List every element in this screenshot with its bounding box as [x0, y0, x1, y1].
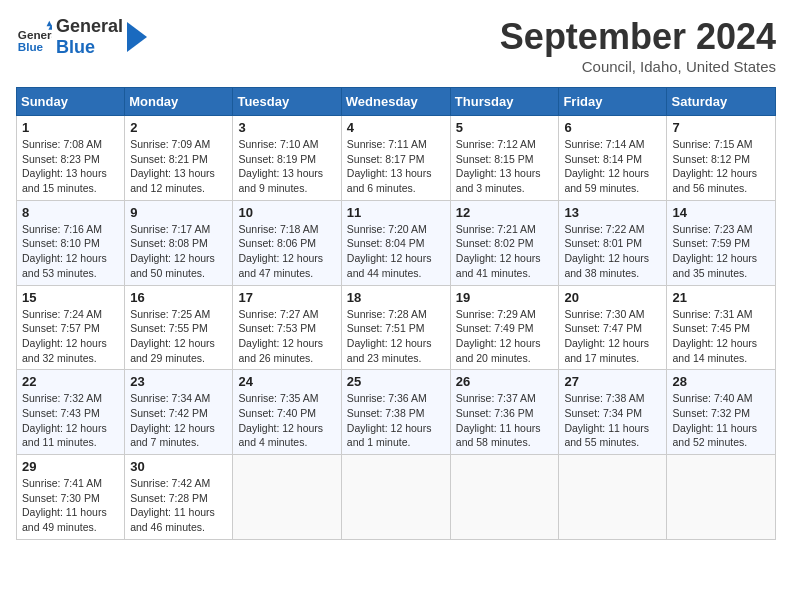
day-info: Sunrise: 7:16 AM Sunset: 8:10 PM Dayligh… [22, 222, 119, 281]
day-number: 10 [238, 205, 335, 220]
calendar-cell: 3Sunrise: 7:10 AM Sunset: 8:19 PM Daylig… [233, 116, 341, 201]
day-info: Sunrise: 7:41 AM Sunset: 7:30 PM Dayligh… [22, 476, 119, 535]
calendar-cell: 10Sunrise: 7:18 AM Sunset: 8:06 PM Dayli… [233, 200, 341, 285]
calendar-cell: 20Sunrise: 7:30 AM Sunset: 7:47 PM Dayli… [559, 285, 667, 370]
calendar-cell: 7Sunrise: 7:15 AM Sunset: 8:12 PM Daylig… [667, 116, 776, 201]
day-info: Sunrise: 7:25 AM Sunset: 7:55 PM Dayligh… [130, 307, 227, 366]
title-area: September 2024 Council, Idaho, United St… [500, 16, 776, 75]
day-number: 8 [22, 205, 119, 220]
day-number: 19 [456, 290, 554, 305]
logo-blue-text: Blue [56, 37, 123, 58]
day-info: Sunrise: 7:42 AM Sunset: 7:28 PM Dayligh… [130, 476, 227, 535]
day-number: 20 [564, 290, 661, 305]
calendar-cell: 11Sunrise: 7:20 AM Sunset: 8:04 PM Dayli… [341, 200, 450, 285]
calendar-table: SundayMondayTuesdayWednesdayThursdayFrid… [16, 87, 776, 540]
svg-text:Blue: Blue [18, 39, 44, 52]
calendar-cell [450, 455, 559, 540]
day-number: 18 [347, 290, 445, 305]
day-info: Sunrise: 7:12 AM Sunset: 8:15 PM Dayligh… [456, 137, 554, 196]
day-info: Sunrise: 7:15 AM Sunset: 8:12 PM Dayligh… [672, 137, 770, 196]
calendar-cell: 30Sunrise: 7:42 AM Sunset: 7:28 PM Dayli… [125, 455, 233, 540]
calendar-cell: 29Sunrise: 7:41 AM Sunset: 7:30 PM Dayli… [17, 455, 125, 540]
calendar-cell: 18Sunrise: 7:28 AM Sunset: 7:51 PM Dayli… [341, 285, 450, 370]
day-number: 22 [22, 374, 119, 389]
calendar-cell: 6Sunrise: 7:14 AM Sunset: 8:14 PM Daylig… [559, 116, 667, 201]
day-number: 26 [456, 374, 554, 389]
day-info: Sunrise: 7:38 AM Sunset: 7:34 PM Dayligh… [564, 391, 661, 450]
calendar-cell: 4Sunrise: 7:11 AM Sunset: 8:17 PM Daylig… [341, 116, 450, 201]
day-info: Sunrise: 7:09 AM Sunset: 8:21 PM Dayligh… [130, 137, 227, 196]
column-header-wednesday: Wednesday [341, 88, 450, 116]
day-number: 17 [238, 290, 335, 305]
column-header-saturday: Saturday [667, 88, 776, 116]
day-number: 21 [672, 290, 770, 305]
day-info: Sunrise: 7:32 AM Sunset: 7:43 PM Dayligh… [22, 391, 119, 450]
day-info: Sunrise: 7:29 AM Sunset: 7:49 PM Dayligh… [456, 307, 554, 366]
day-info: Sunrise: 7:08 AM Sunset: 8:23 PM Dayligh… [22, 137, 119, 196]
day-number: 24 [238, 374, 335, 389]
location-subtitle: Council, Idaho, United States [500, 58, 776, 75]
day-info: Sunrise: 7:27 AM Sunset: 7:53 PM Dayligh… [238, 307, 335, 366]
day-info: Sunrise: 7:23 AM Sunset: 7:59 PM Dayligh… [672, 222, 770, 281]
day-info: Sunrise: 7:22 AM Sunset: 8:01 PM Dayligh… [564, 222, 661, 281]
calendar-cell: 17Sunrise: 7:27 AM Sunset: 7:53 PM Dayli… [233, 285, 341, 370]
calendar-cell: 12Sunrise: 7:21 AM Sunset: 8:02 PM Dayli… [450, 200, 559, 285]
month-title: September 2024 [500, 16, 776, 58]
calendar-cell: 24Sunrise: 7:35 AM Sunset: 7:40 PM Dayli… [233, 370, 341, 455]
day-number: 11 [347, 205, 445, 220]
day-info: Sunrise: 7:20 AM Sunset: 8:04 PM Dayligh… [347, 222, 445, 281]
calendar-cell: 8Sunrise: 7:16 AM Sunset: 8:10 PM Daylig… [17, 200, 125, 285]
day-info: Sunrise: 7:21 AM Sunset: 8:02 PM Dayligh… [456, 222, 554, 281]
calendar-cell: 27Sunrise: 7:38 AM Sunset: 7:34 PM Dayli… [559, 370, 667, 455]
logo: General Blue General Blue [16, 16, 147, 57]
day-number: 27 [564, 374, 661, 389]
day-info: Sunrise: 7:34 AM Sunset: 7:42 PM Dayligh… [130, 391, 227, 450]
logo-arrow-icon [127, 22, 147, 52]
column-header-sunday: Sunday [17, 88, 125, 116]
calendar-cell: 22Sunrise: 7:32 AM Sunset: 7:43 PM Dayli… [17, 370, 125, 455]
logo-general-text: General [56, 16, 123, 37]
day-number: 14 [672, 205, 770, 220]
day-number: 30 [130, 459, 227, 474]
day-info: Sunrise: 7:30 AM Sunset: 7:47 PM Dayligh… [564, 307, 661, 366]
calendar-week-row: 29Sunrise: 7:41 AM Sunset: 7:30 PM Dayli… [17, 455, 776, 540]
day-info: Sunrise: 7:31 AM Sunset: 7:45 PM Dayligh… [672, 307, 770, 366]
calendar-cell: 1Sunrise: 7:08 AM Sunset: 8:23 PM Daylig… [17, 116, 125, 201]
column-header-monday: Monday [125, 88, 233, 116]
calendar-cell: 21Sunrise: 7:31 AM Sunset: 7:45 PM Dayli… [667, 285, 776, 370]
column-header-tuesday: Tuesday [233, 88, 341, 116]
calendar-cell [341, 455, 450, 540]
calendar-cell: 28Sunrise: 7:40 AM Sunset: 7:32 PM Dayli… [667, 370, 776, 455]
calendar-cell [233, 455, 341, 540]
day-number: 28 [672, 374, 770, 389]
calendar-cell: 5Sunrise: 7:12 AM Sunset: 8:15 PM Daylig… [450, 116, 559, 201]
day-number: 23 [130, 374, 227, 389]
day-info: Sunrise: 7:28 AM Sunset: 7:51 PM Dayligh… [347, 307, 445, 366]
day-info: Sunrise: 7:18 AM Sunset: 8:06 PM Dayligh… [238, 222, 335, 281]
day-number: 25 [347, 374, 445, 389]
day-number: 5 [456, 120, 554, 135]
calendar-cell: 23Sunrise: 7:34 AM Sunset: 7:42 PM Dayli… [125, 370, 233, 455]
day-number: 13 [564, 205, 661, 220]
day-number: 9 [130, 205, 227, 220]
calendar-week-row: 15Sunrise: 7:24 AM Sunset: 7:57 PM Dayli… [17, 285, 776, 370]
svg-marker-4 [127, 22, 147, 52]
calendar-cell: 26Sunrise: 7:37 AM Sunset: 7:36 PM Dayli… [450, 370, 559, 455]
calendar-cell: 16Sunrise: 7:25 AM Sunset: 7:55 PM Dayli… [125, 285, 233, 370]
page-header: General Blue General Blue September 2024… [16, 16, 776, 75]
calendar-cell: 2Sunrise: 7:09 AM Sunset: 8:21 PM Daylig… [125, 116, 233, 201]
day-info: Sunrise: 7:40 AM Sunset: 7:32 PM Dayligh… [672, 391, 770, 450]
calendar-cell: 13Sunrise: 7:22 AM Sunset: 8:01 PM Dayli… [559, 200, 667, 285]
calendar-cell: 15Sunrise: 7:24 AM Sunset: 7:57 PM Dayli… [17, 285, 125, 370]
calendar-cell [667, 455, 776, 540]
day-number: 29 [22, 459, 119, 474]
column-header-friday: Friday [559, 88, 667, 116]
calendar-header-row: SundayMondayTuesdayWednesdayThursdayFrid… [17, 88, 776, 116]
day-number: 15 [22, 290, 119, 305]
day-number: 2 [130, 120, 227, 135]
day-number: 7 [672, 120, 770, 135]
logo-icon: General Blue [16, 19, 52, 55]
day-info: Sunrise: 7:17 AM Sunset: 8:08 PM Dayligh… [130, 222, 227, 281]
day-number: 4 [347, 120, 445, 135]
day-info: Sunrise: 7:36 AM Sunset: 7:38 PM Dayligh… [347, 391, 445, 450]
